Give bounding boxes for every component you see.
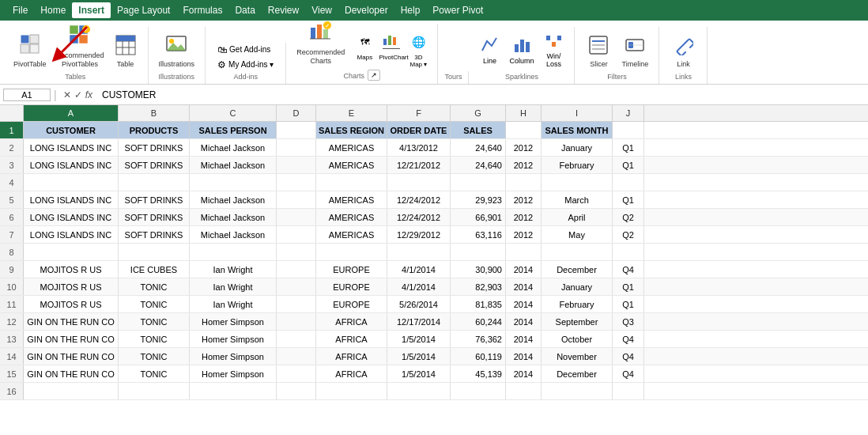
cell-e13[interactable]: AFRICA bbox=[316, 331, 387, 347]
cell-b1[interactable]: PRODUCTS bbox=[119, 122, 190, 138]
cell-c2[interactable]: Michael Jackson bbox=[190, 139, 277, 156]
cell-a11[interactable]: MOJITOS R US bbox=[24, 296, 119, 312]
column-button[interactable]: Column bbox=[505, 27, 538, 71]
cell-a2[interactable]: LONG ISLANDS INC bbox=[24, 139, 119, 156]
cancel-formula-icon[interactable]: ✕ bbox=[63, 89, 71, 100]
cell-j13[interactable]: Q4 bbox=[613, 331, 644, 347]
cell-g3[interactable]: 24,640 bbox=[451, 157, 506, 173]
menu-insert[interactable]: Insert bbox=[72, 2, 111, 18]
cell-i10[interactable]: January bbox=[542, 278, 613, 295]
cell-j1[interactable] bbox=[613, 122, 644, 138]
cell-g4[interactable] bbox=[451, 174, 506, 191]
cell-b3[interactable]: SOFT DRINKS bbox=[119, 157, 190, 173]
cell-a1[interactable]: CUSTOMER bbox=[24, 122, 119, 138]
cell-e15[interactable]: AFRICA bbox=[316, 365, 387, 382]
cell-g7[interactable]: 63,116 bbox=[451, 226, 506, 243]
cell-a12[interactable]: GIN ON THE RUN CO bbox=[24, 313, 119, 330]
cell-h15[interactable]: 2014 bbox=[506, 365, 542, 382]
cell-b4[interactable] bbox=[119, 174, 190, 191]
col-header-j[interactable]: J bbox=[613, 105, 644, 121]
cell-j15[interactable]: Q4 bbox=[613, 365, 644, 382]
cell-g5[interactable]: 29,923 bbox=[451, 191, 506, 208]
cell-b15[interactable]: TONIC bbox=[119, 365, 190, 382]
cell-g9[interactable]: 30,900 bbox=[451, 261, 506, 278]
cell-e16[interactable] bbox=[316, 383, 387, 399]
cell-e5[interactable]: AMERICAS bbox=[316, 191, 387, 208]
cell-a4[interactable] bbox=[24, 174, 119, 191]
cell-h14[interactable]: 2014 bbox=[506, 348, 542, 365]
menu-formulas[interactable]: Formulas bbox=[176, 2, 228, 18]
cell-i16[interactable] bbox=[542, 383, 613, 399]
cell-c8[interactable] bbox=[190, 244, 277, 260]
cell-e1[interactable]: SALES REGION bbox=[316, 122, 387, 138]
cell-j11[interactable]: Q1 bbox=[613, 296, 644, 312]
cell-a5[interactable]: LONG ISLANDS INC bbox=[24, 191, 119, 208]
cell-f6[interactable]: 12/24/2012 bbox=[387, 209, 451, 225]
cell-f8[interactable] bbox=[387, 244, 451, 260]
cell-b5[interactable]: SOFT DRINKS bbox=[119, 191, 190, 208]
cell-b12[interactable]: TONIC bbox=[119, 313, 190, 330]
map-button[interactable]: 🗺 bbox=[352, 32, 377, 52]
line-button[interactable]: Line bbox=[475, 27, 504, 71]
cell-a6[interactable]: LONG ISLANDS INC bbox=[24, 209, 119, 225]
col-header-c[interactable]: C bbox=[190, 105, 277, 121]
cell-e10[interactable]: EUROPE bbox=[316, 278, 387, 295]
col-header-i[interactable]: I bbox=[542, 105, 613, 121]
illustrations-button[interactable]: Illustrations bbox=[155, 27, 199, 71]
cell-j3[interactable]: Q1 bbox=[613, 157, 644, 173]
cell-e11[interactable]: EUROPE bbox=[316, 296, 387, 312]
cell-i12[interactable]: September bbox=[542, 313, 613, 330]
cell-g6[interactable]: 66,901 bbox=[451, 209, 506, 225]
win-loss-button[interactable]: Win/Loss bbox=[539, 27, 568, 71]
cell-f12[interactable]: 12/17/2014 bbox=[387, 313, 451, 330]
table-button[interactable]: Table bbox=[110, 27, 142, 71]
cell-b13[interactable]: TONIC bbox=[119, 331, 190, 347]
menu-file[interactable]: File bbox=[6, 2, 34, 18]
charts-expand-button[interactable]: ↗ bbox=[368, 70, 380, 81]
cell-h10[interactable]: 2014 bbox=[506, 278, 542, 295]
cell-h2[interactable]: 2012 bbox=[506, 139, 542, 156]
cell-i11[interactable]: February bbox=[542, 296, 613, 312]
cell-f2[interactable]: 4/13/2012 bbox=[387, 139, 451, 156]
cell-c9[interactable]: Ian Wright bbox=[190, 261, 277, 278]
cell-a3[interactable]: LONG ISLANDS INC bbox=[24, 157, 119, 173]
get-addins-button[interactable]: 🛍 Get Add-ins bbox=[212, 43, 279, 56]
cell-i5[interactable]: March bbox=[542, 191, 613, 208]
cell-i3[interactable]: February bbox=[542, 157, 613, 173]
menu-page-layout[interactable]: Page Layout bbox=[111, 2, 176, 18]
cell-h5[interactable]: 2012 bbox=[506, 191, 542, 208]
cell-j9[interactable]: Q4 bbox=[613, 261, 644, 278]
cell-j12[interactable]: Q3 bbox=[613, 313, 644, 330]
col-header-e[interactable]: E bbox=[316, 105, 387, 121]
cell-i15[interactable]: December bbox=[542, 365, 613, 382]
cell-e2[interactable]: AMERICAS bbox=[316, 139, 387, 156]
cell-j14[interactable]: Q4 bbox=[613, 348, 644, 365]
cell-j10[interactable]: Q1 bbox=[613, 278, 644, 295]
cell-d8[interactable] bbox=[277, 244, 316, 260]
cell-f4[interactable] bbox=[387, 174, 451, 191]
cell-c15[interactable]: Homer Simpson bbox=[190, 365, 277, 382]
cell-c7[interactable]: Michael Jackson bbox=[190, 226, 277, 243]
col-header-a[interactable]: A bbox=[24, 105, 119, 121]
3d-map-button[interactable]: 🌐 bbox=[406, 32, 431, 52]
cell-i2[interactable]: January bbox=[542, 139, 613, 156]
cell-h7[interactable]: 2012 bbox=[506, 226, 542, 243]
confirm-formula-icon[interactable]: ✓ bbox=[74, 89, 82, 100]
cell-e14[interactable]: AFRICA bbox=[316, 348, 387, 365]
cell-f10[interactable]: 4/1/2014 bbox=[387, 278, 451, 295]
cell-i8[interactable] bbox=[542, 244, 613, 260]
insert-function-icon[interactable]: fx bbox=[85, 89, 92, 100]
cell-d6[interactable] bbox=[277, 209, 316, 225]
cell-g12[interactable]: 60,244 bbox=[451, 313, 506, 330]
slicer-button[interactable]: Slicer bbox=[581, 27, 616, 71]
cell-f5[interactable]: 12/24/2012 bbox=[387, 191, 451, 208]
cell-e4[interactable] bbox=[316, 174, 387, 191]
formula-input[interactable] bbox=[99, 89, 865, 100]
cell-f11[interactable]: 5/26/2014 bbox=[387, 296, 451, 312]
col-header-h[interactable]: H bbox=[506, 105, 542, 121]
pivot-table-button[interactable]: PivotTable bbox=[9, 27, 51, 71]
cell-b16[interactable] bbox=[119, 383, 190, 399]
cell-a14[interactable]: GIN ON THE RUN CO bbox=[24, 348, 119, 365]
timeline-button[interactable]: Timeline bbox=[617, 27, 652, 71]
link-button[interactable]: Link bbox=[666, 27, 700, 71]
